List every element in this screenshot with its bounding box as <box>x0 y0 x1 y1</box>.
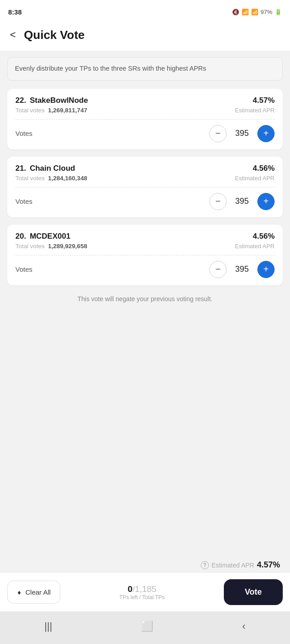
nav-home-icon[interactable]: ⬜ <box>141 620 153 632</box>
card-2-estimated-apr-label: Estimated APR <box>235 175 275 182</box>
card-3-name: MCDEX001 <box>30 232 71 241</box>
tp-ratio: 0/1,185 <box>128 584 156 594</box>
card-2-votes-label: Votes <box>15 197 33 205</box>
status-time: 8:38 <box>8 8 22 16</box>
card-1-total-votes-label: Total votes <box>15 107 45 114</box>
card-1-rank: 22. <box>15 96 26 105</box>
negate-notice: This vote will negate your previous voti… <box>7 295 283 303</box>
card-1-votes-label: Votes <box>15 130 33 137</box>
tp-info: 0/1,185 TPs left / Total TPs <box>119 584 164 601</box>
card-3-votes-label: Votes <box>15 265 33 273</box>
card-1-name: StakeBowlNode <box>30 96 88 105</box>
nav-recents-icon[interactable]: ||| <box>44 620 52 632</box>
card-2-total-votes-value: 1,284,160,348 <box>48 175 87 182</box>
battery-text: 97% <box>261 9 272 15</box>
mute-icon: 🔇 <box>232 9 239 15</box>
card-1-increment-button[interactable]: + <box>257 125 275 142</box>
estimated-apr-bottom-label: Estimated APR <box>212 562 254 569</box>
back-button[interactable]: < <box>6 27 19 43</box>
info-box: Evenly distribute your TPs to the three … <box>7 57 283 81</box>
tp-total: 1,185 <box>135 584 157 594</box>
signal-icon: 📶 <box>251 9 258 15</box>
clear-all-label: Clear All <box>25 588 51 596</box>
card-3-apr: 4.56% <box>253 232 275 241</box>
card-1-total-votes-value: 1,269,811,747 <box>48 107 87 114</box>
info-text: Evenly distribute your TPs to the three … <box>15 65 206 72</box>
card-3-decrement-button[interactable]: − <box>209 261 227 278</box>
card-1-stepper: − 395 + <box>209 125 275 142</box>
card-1-votes-value: 395 <box>233 129 251 138</box>
eraser-icon: ⬧ <box>17 587 22 597</box>
card-2-increment-button[interactable]: + <box>257 193 275 210</box>
estimated-apr-bottom-value: 4.57% <box>257 560 280 570</box>
card-1-apr: 4.57% <box>253 96 275 105</box>
nav-back-icon[interactable]: ‹ <box>242 620 246 632</box>
header: < Quick Vote <box>0 22 290 51</box>
question-icon[interactable]: ? <box>201 561 209 569</box>
card-3-estimated-apr-label: Estimated APR <box>235 243 275 250</box>
card-2-votes-value: 395 <box>233 197 251 206</box>
card-2-apr: 4.56% <box>253 164 275 173</box>
bottom-bar: ⬧ Clear All 0/1,185 TPs left / Total TPs… <box>0 572 290 611</box>
card-3-total-votes-label: Total votes <box>15 243 45 250</box>
tp-labels: TPs left / Total TPs <box>119 594 164 601</box>
clear-all-button[interactable]: ⬧ Clear All <box>7 581 60 604</box>
card-1-estimated-apr-label: Estimated APR <box>235 107 275 114</box>
card-1-decrement-button[interactable]: − <box>209 125 227 142</box>
card-3-votes-value: 395 <box>233 264 251 274</box>
card-3-stepper: − 395 + <box>209 261 275 278</box>
wifi-icon: 📶 <box>242 9 249 15</box>
tp-left: 0 <box>128 584 133 594</box>
card-2-total-votes-label: Total votes <box>15 175 45 182</box>
card-2-stepper: − 395 + <box>209 193 275 210</box>
battery-icon: 🔋 <box>275 9 282 15</box>
card-2-rank: 21. <box>15 164 26 173</box>
nav-bar: ||| ⬜ ‹ <box>0 611 290 644</box>
page-title: Quick Vote <box>24 28 85 42</box>
card-2-name: Chain Cloud <box>30 164 75 173</box>
card-3-increment-button[interactable]: + <box>257 261 275 278</box>
sr-card-2: 21. Chain Cloud 4.56% Total votes 1,284,… <box>7 157 283 217</box>
card-2-decrement-button[interactable]: − <box>209 193 227 210</box>
estimated-apr-bottom: ? Estimated APR 4.57% <box>0 556 290 572</box>
card-3-total-votes-value: 1,289,929,658 <box>48 243 87 250</box>
vote-button[interactable]: Vote <box>224 579 283 605</box>
sr-card-1: 22. StakeBowlNode 4.57% Total votes 1,26… <box>7 89 283 149</box>
card-3-rank: 20. <box>15 232 26 241</box>
sr-card-3: 20. MCDEX001 4.56% Total votes 1,289,929… <box>7 225 283 285</box>
status-icons: 🔇 📶 📶 97% 🔋 <box>232 9 282 15</box>
status-bar: 8:38 🔇 📶 📶 97% 🔋 <box>0 0 290 22</box>
